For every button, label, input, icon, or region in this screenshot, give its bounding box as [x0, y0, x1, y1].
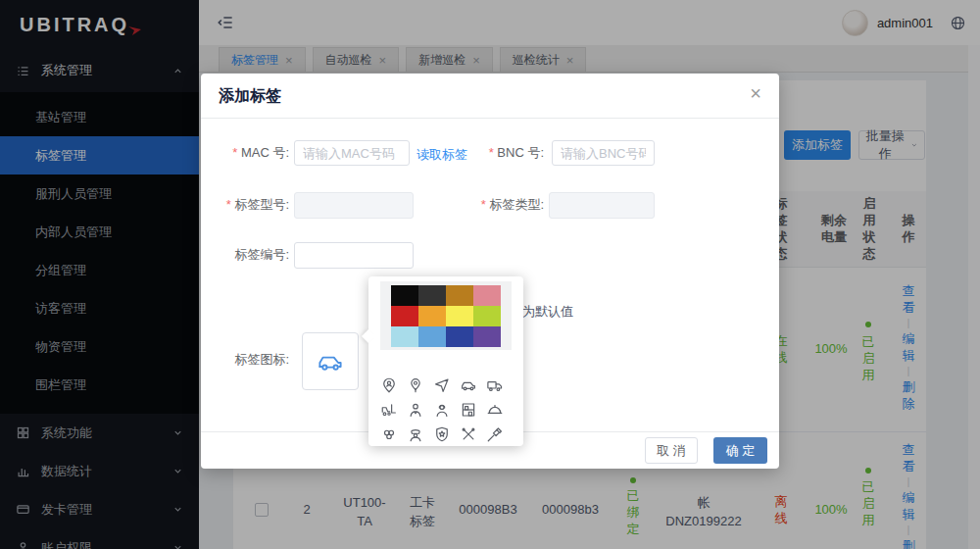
icon-grid [376, 373, 515, 446]
cancel-button[interactable]: 取 消 [645, 437, 698, 464]
read-tag-link[interactable]: 读取标签 [416, 146, 467, 164]
helmet-icon[interactable] [482, 397, 508, 422]
officer-icon[interactable] [403, 422, 428, 446]
model-input[interactable] [294, 192, 414, 219]
icon-label: 标签图标: [211, 347, 289, 373]
color-swatch[interactable] [418, 306, 446, 326]
mac-label: MAC 号: [215, 140, 289, 166]
truck-icon[interactable] [482, 373, 508, 397]
navigation-icon[interactable] [429, 373, 455, 397]
divider [201, 118, 779, 119]
car-icon [316, 347, 345, 376]
tools-icon[interactable] [456, 422, 481, 446]
code-label: 标签编号: [211, 242, 289, 268]
shelf-icon[interactable] [456, 397, 481, 422]
mac-input[interactable] [294, 140, 410, 166]
color-swatch[interactable] [446, 285, 473, 306]
color-swatch[interactable] [391, 285, 418, 306]
bnc-input[interactable] [552, 140, 655, 166]
modal-title: 添加标签 [219, 86, 281, 107]
color-swatch[interactable] [473, 306, 501, 326]
forklift-icon[interactable] [376, 397, 402, 422]
close-icon[interactable]: × [750, 83, 761, 103]
color-palette [380, 281, 512, 350]
car-icon[interactable] [456, 373, 481, 397]
hammer-icon[interactable] [482, 422, 508, 446]
color-swatch[interactable] [391, 306, 418, 326]
color-swatch[interactable] [418, 326, 446, 347]
confirm-button[interactable]: 确 定 [713, 437, 767, 464]
location-pin-icon[interactable] [403, 373, 428, 397]
default-value-hint: 为默认值 [522, 303, 573, 321]
app-root: UBITRAQ 系统管理 基站管理 标签管理 服刑人员管理 内部人员管理 分组管… [0, 0, 980, 549]
icon-picker-popup [368, 276, 523, 446]
man-icon[interactable] [403, 397, 428, 422]
color-swatch[interactable] [446, 306, 473, 326]
badge-icon[interactable] [429, 422, 455, 446]
color-swatch[interactable] [418, 285, 446, 306]
type-label: 标签类型: [466, 192, 544, 218]
clover-icon[interactable] [376, 422, 402, 446]
model-label: 标签型号: [211, 192, 289, 218]
woman-icon[interactable] [429, 397, 455, 422]
code-input[interactable] [294, 242, 414, 269]
person-pin-icon[interactable] [376, 373, 402, 397]
color-swatch[interactable] [391, 326, 418, 347]
color-swatch[interactable] [473, 285, 501, 306]
bnc-label: BNC 号: [473, 140, 544, 166]
color-swatch[interactable] [446, 326, 473, 347]
tag-icon-selector[interactable] [302, 332, 359, 390]
type-input[interactable] [549, 192, 655, 219]
color-swatch[interactable] [473, 326, 501, 347]
